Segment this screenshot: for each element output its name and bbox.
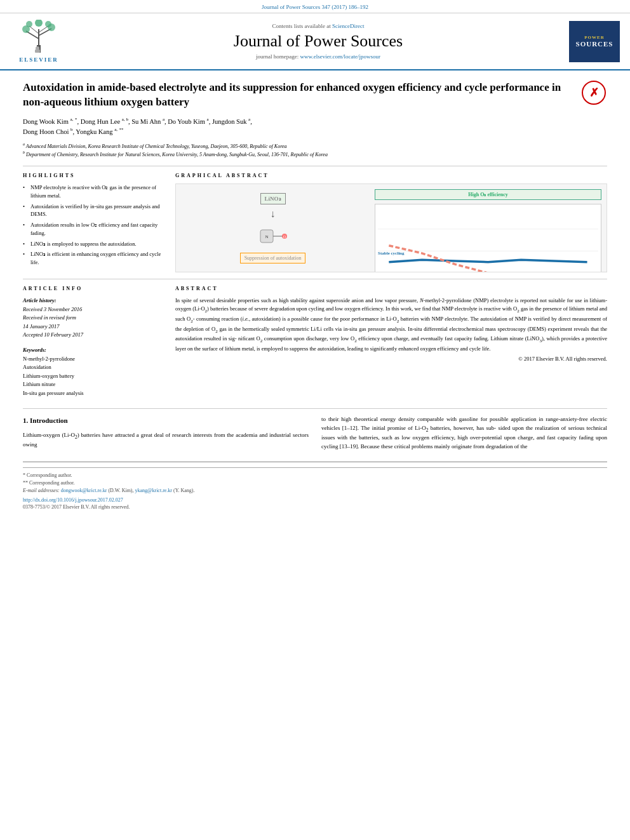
elsevier-tree-icon [20,20,58,55]
keywords-label: Keywords: [23,346,163,355]
svg-text:N: N [265,234,268,239]
highlight-item-3: Autoxidation results in low O₂ efficienc… [23,221,163,237]
intro-heading: 1. Introduction [23,415,309,426]
divider-2 [23,279,607,279]
email-line: E-mail addresses: dongwook@krict.re.kr (… [23,487,607,495]
abstract-text: In spite of several desirable properties… [175,297,607,353]
footer-divider [23,467,607,468]
graphical-abstract-section: GRAPHICAL ABSTRACT LiNO₃ ↓ [175,173,607,272]
keyword-3: Lithium-oxygen battery [23,372,163,381]
ga-high-o2-label: High O₂ efficiency [375,189,601,200]
homepage-line: journal homepage: www.elsevier.com/locat… [67,53,569,60]
article-footer: * Corresponding author. ** Corresponding… [23,462,607,510]
abstract-section: ABSTRACT In spite of several desirable p… [175,286,607,398]
article-content: Autoxidation in amide-based electrolyte … [0,70,630,516]
abstract-label: ABSTRACT [175,286,607,291]
elsevier-label: ELSEVIER [19,57,58,63]
asterisk2: ** [119,127,124,132]
highlights-section: HIGHLIGHTS NMP electrolyte is reactive w… [23,173,163,272]
email-label: E-mail addresses: [23,488,61,493]
sup-b: b [23,150,25,154]
affil-b: b [70,127,73,132]
received-date: Received 3 November 2016 [23,305,163,314]
keywords-section: Keywords: N-methyl-2-pyrrolidone Autoxid… [23,346,163,398]
footer-issn: 0378-7753/© 2017 Elsevier B.V. All right… [23,504,607,510]
article-title-text: Autoxidation in amide-based electrolyte … [23,81,561,108]
email1[interactable]: dongwook@krict.re.kr [61,488,107,493]
asterisk1: * [75,117,77,122]
highlights-list: NMP electrolyte is reactive with O₂ gas … [23,183,163,267]
abstract-copyright: © 2017 Elsevier B.V. All rights reserved… [175,356,607,362]
affil-b-text: b Department of Chemistry, Research Inst… [23,150,607,158]
corresponding-author-1: * Corresponding author. [23,472,607,479]
highlight-item-5: LiNO₃ is efficient in enhancing oxygen e… [23,250,163,267]
author4: Do Youb Kim [168,117,205,124]
author2: Dong Hun Lee [81,117,120,124]
journal-header: ELSEVIER Contents lists available at Sci… [0,13,630,70]
crossmark-badge: ✗ [582,81,607,106]
power-sources-logo: POWER SOURCES [569,21,620,62]
graphical-abstract-image: LiNO₃ ↓ N O [175,183,607,272]
author6: Dong Hoon Choi [23,128,69,135]
graphical-abstract-label: GRAPHICAL ABSTRACT [175,173,607,178]
intro-two-col: 1. Introduction Lithium-oxygen (Li-O2) b… [23,415,607,451]
journal-center: Contents lists available at ScienceDirec… [67,23,569,60]
divider-1 [23,166,607,166]
affil-a5: a, [114,127,117,132]
author5: Jungdon Suk [212,117,247,124]
ga-suppression-label: Suppression of autoxidation [240,253,306,263]
journal-citation: Journal of Power Sources 347 (2017) 186–… [262,4,368,10]
article-history: Article history: Received 3 November 201… [23,297,163,340]
authors: Dong Wook Kim a, *, Dong Hun Lee a, b, S… [23,116,607,137]
sciencedirect-link[interactable]: ScienceDirect [332,23,364,29]
homepage-link[interactable]: www.elsevier.com/locate/jpowsour [300,53,380,60]
keyword-2: Autoxidation [23,363,163,372]
crossmark-icon: ✗ [582,81,606,105]
journal-title: Journal of Power Sources [67,32,569,51]
highlights-graphical-section: HIGHLIGHTS NMP electrolyte is reactive w… [23,173,607,272]
svg-rect-12 [35,50,40,53]
intro-left-col: 1. Introduction Lithium-oxygen (Li-O2) b… [23,415,309,451]
contents-text: Contents lists available at [272,23,332,29]
page: Journal of Power Sources 347 (2017) 186–… [0,0,630,840]
affil-a4: a [248,117,250,122]
svg-text:O: O [283,235,286,239]
ga-lino3-label: LiNO₃ [260,193,286,204]
contents-line: Contents lists available at ScienceDirec… [67,23,569,29]
author3: Su Mi Ahn [131,117,161,124]
svg-point-8 [26,21,32,27]
intro-right-text: to their high theoretical energy density… [321,415,607,451]
top-bar: Journal of Power Sources 347 (2017) 186–… [0,0,630,13]
ga-chart: Stable cycling [375,204,601,272]
revised-label: Received in revised form [23,314,163,323]
affiliations: a Advanced Materials Division, Korea Res… [23,142,607,158]
affil-a3: a [207,117,209,122]
affil-ab: a, b [122,117,128,122]
keyword-1: N-methyl-2-pyrrolidone [23,355,163,364]
sup-a: a [23,142,25,146]
article-info-label: ARTICLE INFO [23,286,163,291]
author7: Yongku Kang [76,128,112,135]
accepted-date: Accepted 10 February 2017 [23,331,163,340]
svg-point-9 [45,21,51,27]
footer-doi[interactable]: http://dx.doi.org/10.1016/j.jpowsour.201… [23,497,607,503]
homepage-text: journal homepage: [256,53,300,60]
article-info-abstract-section: ARTICLE INFO Article history: Received 3… [23,286,607,398]
svg-line-4 [29,26,39,34]
intro-left-text: Lithium-oxygen (Li-O2) batteries have at… [23,431,309,450]
keyword-5: In-situ gas pressure analysis [23,389,163,398]
article-title-container: Autoxidation in amide-based electrolyte … [23,81,607,110]
email2[interactable]: ykang@krict.re.kr [135,488,172,493]
revised-date: 14 January 2017 [23,323,163,331]
svg-point-10 [35,20,43,27]
ga-stable-label: Stable cycling [378,251,404,256]
ps-logo-sources: SOURCES [576,40,613,48]
introduction-section: 1. Introduction Lithium-oxygen (Li-O2) b… [23,408,607,451]
keyword-4: Lithium nitrate [23,380,163,389]
highlights-label: HIGHLIGHTS [23,173,163,178]
authors-text: Dong Wook Kim [23,117,69,124]
highlight-item-4: LiNO₃ is employed to suppress the autoxi… [23,240,163,248]
intro-right-col: to their high theoretical energy density… [321,415,607,451]
affil-a2: a [163,117,164,122]
elsevier-logo: ELSEVIER [10,20,67,63]
